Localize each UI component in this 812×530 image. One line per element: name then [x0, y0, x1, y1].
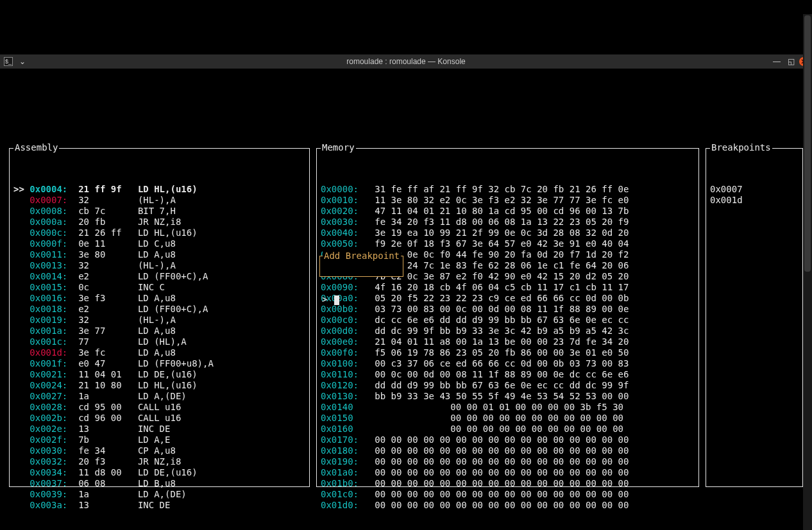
asm-line: 0x0011: 3e 80 LD A,u8: [13, 249, 305, 260]
scrollbar[interactable]: [803, 14, 812, 530]
asm-line: 0x000a: 20 fb JR NZ,i8: [13, 217, 305, 228]
asm-line: 0x0018: e2 LD (FF00+C),A: [13, 304, 305, 315]
asm-line: 0x001d: 3e fc LD A,u8: [13, 347, 305, 358]
mem-line: 0x0130: bb b9 33 3e 43 50 55 5f 49 4e 53…: [321, 391, 695, 402]
mem-line: 0x0000: 31 fe ff af 21 ff 9f 32 cb 7c 20…: [321, 184, 695, 195]
asm-line: 0x0013: 32 (HL-),A: [13, 260, 305, 271]
mem-line: 0x01a0: 00 00 00 00 00 00 00 00 00 00 00…: [321, 467, 695, 478]
add-breakpoint-title: Add Breakpoint: [323, 251, 401, 261]
asm-line: 0x000c: 21 26 ff LD HL,(u16): [13, 228, 305, 238]
asm-line: 0x001a: 3e 77 LD A,u8: [13, 326, 305, 336]
asm-line: 0x003a: 13 INC DE: [13, 500, 305, 511]
add-breakpoint-popup[interactable]: Add Breakpoint >: [319, 256, 403, 277]
asm-line: 0x0016: 3e f3 LD A,u8: [13, 293, 305, 304]
mem-line: 0x0030: fe 34 20 f3 11 d8 00 06 08 1a 13…: [321, 217, 695, 228]
asm-line: 0x0039: 1a LD A,(DE): [13, 489, 305, 500]
asm-line: 0x0019: 32 (HL-),A: [13, 315, 305, 326]
mem-line: 0x01b0: 00 00 00 00 00 00 00 00 00 00 00…: [321, 478, 695, 489]
terminal-icon: $_: [4, 57, 13, 66]
asm-line: 0x002b: cd 96 00 CALL u16: [13, 413, 305, 424]
mem-line: 0x0190: 00 00 00 00 00 00 00 00 00 00 00…: [321, 456, 695, 467]
breakpoint-entry: 0x0007: [710, 184, 799, 195]
breakpoint-entry: 0x001d: [710, 195, 799, 206]
asm-line: 0x0021: 11 04 01 LD DE,(u16): [13, 369, 305, 380]
mem-line: 0x0100: 00 c3 37 06 ce ed 66 66 cc 0d 00…: [321, 358, 695, 369]
mem-line: 0x0020: 47 11 04 01 21 10 80 1a cd 95 00…: [321, 206, 695, 217]
mem-line: 0x0160 00 00 00 00 00 00 00 00 00 00 00: [321, 424, 695, 435]
asm-line: 0x0015: 0c INC C: [13, 282, 305, 293]
mem-line: 0x0110: 00 0c 00 0d 00 08 11 1f 88 89 00…: [321, 369, 695, 380]
mem-line: 0x0010: 11 3e 80 32 e2 0c 3e f3 e2 32 3e…: [321, 195, 695, 206]
asm-line: 0x002f: 7b LD A,E: [13, 435, 305, 445]
maximize-button[interactable]: ◱: [785, 56, 797, 67]
mem-line: 0x0040: 3e 19 ea 10 99 21 2f 99 0e 0c 3d…: [321, 228, 695, 238]
mem-line: 0x0170: 00 00 00 00 00 00 00 00 00 00 00…: [321, 435, 695, 445]
window-title: romoulade : romoulade — Konsole: [0, 56, 812, 67]
breakpoints-panel: Breakpoints 0x00070x001d: [706, 148, 803, 487]
breakpoints-title: Breakpoints: [710, 142, 772, 153]
titlebar: $_ ⌄ romoulade : romoulade — Konsole — ◱: [0, 54, 812, 69]
asm-line: 0x0034: 11 d8 00 LD DE,(u16): [13, 467, 305, 478]
popup-prompt: >: [322, 294, 333, 304]
asm-line: 0x0027: 1a LD A,(DE): [13, 391, 305, 402]
mem-line: 0x00f0: f5 06 19 78 86 23 05 20 fb 86 00…: [321, 347, 695, 358]
asm-line: 0x0024: 21 10 80 LD HL,(u16): [13, 380, 305, 391]
mem-line: 0x01d0: 00 00 00 00 00 00 00 00 00 00 00…: [321, 500, 695, 511]
mem-line: 0x0180: 00 00 00 00 00 00 00 00 00 00 00…: [321, 445, 695, 456]
asm-line: 0x001f: e0 47 LD (FF00+u8),A: [13, 358, 305, 369]
mem-line: 0x0150 00 00 00 00 00 00 00 00 00 00 00: [321, 413, 695, 424]
asm-line: 0x0028: cd 95 00 CALL u16: [13, 402, 305, 413]
mem-line: 0x00d0: dd dc 99 9f bb b9 33 3e 3c 42 b9…: [321, 326, 695, 336]
mem-line: 0x0140 00 00 01 01 00 00 00 00 3b f5 30: [321, 402, 695, 413]
asm-line: 0x001c: 77 LD (HL),A: [13, 336, 305, 347]
asm-line: 0x0008: cb 7c BIT 7,H: [13, 206, 305, 217]
asm-line: 0x0032: 20 f3 JR NZ,i8: [13, 456, 305, 467]
mem-line: 0x0120: dd dd d9 99 bb bb 67 63 6e 0e ec…: [321, 380, 695, 391]
mem-line: 0x01c0: 00 00 00 00 00 00 00 00 00 00 00…: [321, 489, 695, 500]
minimize-button[interactable]: —: [771, 56, 782, 67]
scroll-thumb[interactable]: [804, 15, 811, 272]
mem-line: 0x00e0: 21 04 01 11 a8 00 1a 13 be 00 00…: [321, 336, 695, 347]
asm-line: 0x002e: 13 INC DE: [13, 424, 305, 435]
asm-line: 0x0037: 06 08 LD B,u8: [13, 478, 305, 489]
asm-line: >> 0x0004: 21 ff 9f LD HL,(u16): [13, 184, 305, 195]
mem-line: 0x0050: f9 2e 0f 18 f3 67 3e 64 57 e0 42…: [321, 238, 695, 249]
text-cursor-icon: [334, 295, 339, 305]
assembly-panel: Assembly >> 0x0004: 21 ff 9f LD HL,(u16)…: [9, 148, 310, 487]
assembly-title: Assembly: [13, 142, 59, 153]
memory-title: Memory: [321, 142, 356, 153]
menu-dropdown-icon[interactable]: ⌄: [17, 56, 28, 67]
asm-line: 0x0014: e2 LD (FF00+C),A: [13, 271, 305, 282]
asm-line: 0x0007: 32 (HL-),A: [13, 195, 305, 206]
asm-line: 0x0030: fe 34 CP A,u8: [13, 445, 305, 456]
asm-line: 0x000f: 0e 11 LD C,u8: [13, 238, 305, 249]
